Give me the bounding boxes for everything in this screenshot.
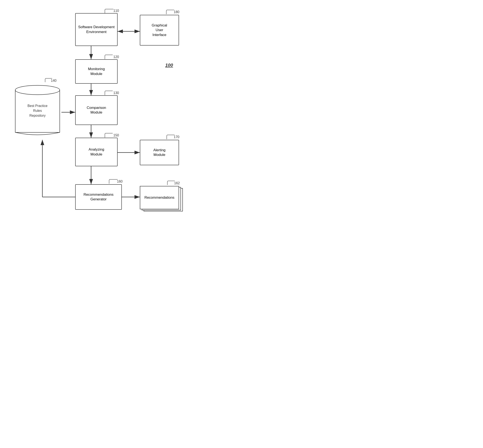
analyzing-box: Analyzing Module: [75, 138, 118, 166]
analyzing-label: Analyzing Module: [89, 147, 104, 157]
comparison-bracket: [104, 90, 115, 96]
monitoring-box: Monitoring Module: [75, 59, 118, 84]
recs-gen-label: Recommendations Generator: [83, 192, 113, 202]
comparison-label: Comparison Module: [87, 105, 106, 115]
svg-text:Rules: Rules: [33, 109, 42, 112]
svg-text:Repository: Repository: [29, 114, 46, 117]
gui-label: Graphical User Interface: [152, 23, 167, 37]
monitoring-bracket: [104, 54, 115, 60]
rec-page-front: Recommendations: [140, 186, 179, 209]
gui-box: Graphical User Interface: [140, 15, 179, 46]
sde-bracket: [104, 8, 117, 14]
recs-bracket: [166, 180, 177, 186]
recs-gen-bracket: [108, 179, 120, 185]
bp-bracket: [44, 78, 55, 83]
analyzing-bracket: [104, 133, 115, 138]
cylinder-svg: Best Practice Rules Repository: [13, 83, 63, 140]
gui-bracket: [165, 9, 177, 15]
recs-gen-box: Recommendations Generator: [75, 184, 122, 210]
comparison-box: Comparison Module: [75, 95, 118, 125]
diagram-container: Software Development Environment 110 Gra…: [0, 0, 242, 224]
alerting-bracket: [166, 134, 177, 140]
svg-point-14: [15, 85, 60, 95]
monitoring-label: Monitoring Module: [88, 67, 105, 76]
svg-text:Best Practice: Best Practice: [28, 104, 48, 108]
system-label: 100: [165, 63, 173, 68]
recommendations-label: Recommendations: [145, 195, 175, 200]
alerting-box: Alerting Module: [140, 140, 179, 165]
alerting-label: Alerting Module: [153, 148, 166, 157]
sde-box: Software Development Environment: [75, 13, 118, 46]
sde-label: Software Development Environment: [78, 25, 115, 34]
